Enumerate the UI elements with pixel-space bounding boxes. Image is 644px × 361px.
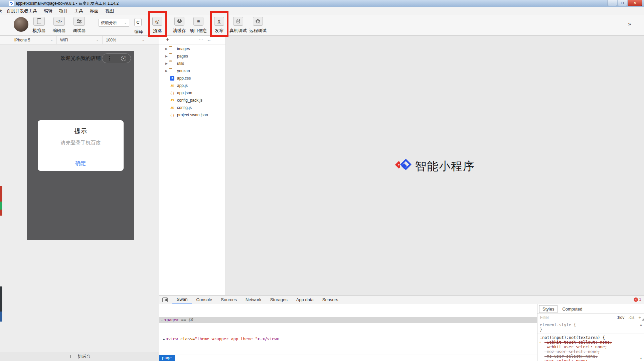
file-tree-header: + ⋯ ←	[159, 36, 226, 44]
screen-edge-artifact	[0, 312, 2, 322]
elements-breadcrumb-bar: page	[159, 355, 537, 361]
phone-nav-bar: 欢迎光临我的店铺 ✕	[27, 51, 134, 66]
menu-project[interactable]: 项目	[59, 8, 68, 14]
css-property-row[interactable]: -moz-user-select: none;	[540, 349, 644, 354]
json-file-icon: { }	[169, 91, 175, 95]
editor-canvas: 智能小程序	[226, 36, 644, 295]
robot-icon	[236, 19, 241, 24]
more-options-button[interactable]: ⋯	[199, 36, 203, 41]
tab-console[interactable]: Console	[192, 295, 217, 304]
element-child-row[interactable]: ▶<view class="theme-wrapper app-theme-">…	[159, 336, 537, 343]
menu-tools[interactable]: 工具	[74, 8, 83, 14]
tree-file-appjs[interactable]: JS app.js	[159, 82, 225, 89]
maximize-button[interactable]: ❐	[618, 0, 627, 6]
phone-screen: 欢迎光临我的店铺 ✕ 提示 请先登录手机百度 确定	[27, 51, 134, 240]
expand-icon[interactable]: ▶	[165, 47, 169, 50]
dialog-message: 请先登录手机百度	[38, 140, 124, 146]
styles-filter-input[interactable]	[540, 315, 590, 320]
css-property-row[interactable]: -webkit-user-select: none;	[540, 345, 644, 349]
annotation-box-publish	[210, 11, 228, 37]
styles-tab-bar: Styles Computed	[537, 304, 644, 314]
window-title: applet-cusmall-wxpage-bd-v9.8.1 - 百度开发者工…	[16, 1, 119, 6]
menu-view[interactable]: 视图	[105, 8, 114, 14]
debugger-toggle-button[interactable]: 调试器	[64, 17, 94, 34]
collapse-panel-button[interactable]: ←	[207, 37, 211, 42]
expand-icon[interactable]: ▶	[165, 62, 169, 65]
brand-logo: 智能小程序	[395, 159, 475, 174]
device-select[interactable]: iPhone 5 ⌄	[11, 36, 57, 44]
tab-swan[interactable]: Swan	[172, 295, 192, 304]
tab-sources[interactable]: Sources	[216, 295, 241, 304]
minimize-button[interactable]: —	[608, 0, 617, 6]
resize-grip-icon[interactable]	[642, 319, 644, 321]
alert-dialog: 提示 请先登录手机百度 确定	[38, 120, 124, 171]
zoom-select[interactable]: 100% ⌄	[103, 36, 148, 44]
css-property-row[interactable]: -ms-user-select: none;	[540, 354, 644, 359]
error-icon: ✕	[634, 297, 638, 302]
tab-styles[interactable]: Styles	[539, 305, 557, 313]
tab-sensors[interactable]: Sensors	[318, 295, 343, 304]
tree-folder-youzan[interactable]: ▶ youzan	[159, 67, 225, 75]
compile-button[interactable]: C	[134, 18, 142, 26]
chevron-down-icon: ⌄	[124, 21, 127, 25]
compile-icon: C	[136, 20, 139, 25]
new-style-rule-button[interactable]: +	[638, 315, 641, 320]
breadcrumb-page[interactable]: page	[159, 355, 175, 361]
tree-file-configpackjs[interactable]: JS config_pack.js	[159, 97, 225, 104]
compile-mode-select[interactable]: 依赖分析 ⌄	[99, 19, 129, 27]
code-icon: </>	[56, 19, 62, 23]
tab-network[interactable]: Network	[241, 295, 266, 304]
tree-file-configjs[interactable]: JS config.js	[159, 104, 225, 111]
tree-folder-images[interactable]: ▶ images	[159, 45, 225, 52]
remote-debug-button[interactable]: 远程调试	[243, 17, 273, 34]
expand-icon[interactable]: ▶	[165, 69, 169, 73]
styles-sidebar: Styles Computed :hov .cls + element.styl…	[537, 304, 644, 361]
network-select[interactable]: WiFi ⌄	[57, 36, 103, 44]
menu-bar: 录 百度开发者工具 编辑 项目 工具 界面 视图	[0, 7, 644, 15]
file-tree: ▶ images ▶ pages ▶ utils ▶ youzan 3 app.…	[159, 44, 226, 295]
divider	[171, 297, 171, 303]
phone-icon	[37, 18, 41, 24]
css-property-row[interactable]: user-select: none;	[540, 359, 644, 361]
tab-computed[interactable]: Computed	[559, 306, 585, 313]
simulator-panel: 欢迎光临我的店铺 ✕ 提示 请先登录手机百度 确定	[0, 44, 159, 361]
close-button[interactable]: ✕	[628, 0, 642, 6]
smart-program-logo-icon	[395, 159, 411, 174]
styles-filter-bar: :hov .cls +	[537, 314, 644, 321]
tree-file-appjson[interactable]: { } app.json	[159, 89, 225, 97]
toggle-class-button[interactable]: .cls	[628, 315, 634, 320]
switch-background-button[interactable]: 切后台	[46, 352, 115, 361]
error-count-badge[interactable]: ✕ 1	[634, 297, 641, 302]
element-style-rule: element.style { }	[537, 321, 644, 334]
clipped-background-text: 录	[0, 8, 2, 14]
close-app-button[interactable]: ✕	[117, 56, 131, 61]
expand-icon[interactable]: ▶	[165, 54, 169, 58]
more-menu-button[interactable]	[102, 56, 117, 61]
menu-app[interactable]: 百度开发者工具	[7, 8, 37, 14]
tab-appdata[interactable]: App data	[292, 295, 318, 304]
tree-folder-pages[interactable]: ▶ pages	[159, 52, 225, 60]
tab-storages[interactable]: Storages	[266, 295, 292, 304]
tree-folder-utils[interactable]: ▶ utils	[159, 60, 225, 67]
json-file-icon: { }	[169, 113, 175, 117]
dialog-confirm-button[interactable]: 确定	[38, 156, 124, 171]
menu-interface[interactable]: 界面	[90, 8, 99, 14]
app-logo-icon	[9, 1, 14, 6]
annotation-box-preview	[148, 11, 167, 37]
expand-arrow-icon[interactable]: ▶	[163, 338, 165, 341]
add-file-button[interactable]: +	[166, 36, 169, 42]
close-circle-icon: ✕	[121, 56, 126, 61]
scroll-down-icon[interactable]: ▼	[640, 357, 642, 360]
inspect-element-icon[interactable]	[162, 297, 168, 302]
tree-file-projectswanjson[interactable]: { } project.swan.json	[159, 111, 225, 119]
toggle-hover-state-button[interactable]: :hov	[617, 315, 625, 320]
element-selected-row[interactable]: …<page>== $0	[159, 317, 537, 323]
menu-edit[interactable]: 编辑	[44, 8, 52, 14]
styles-scrollbar[interactable]: ▲	[639, 323, 643, 361]
tree-file-appcss[interactable]: 3 app.css	[159, 75, 225, 82]
scroll-up-icon[interactable]: ▲	[639, 323, 643, 326]
js-file-icon: JS	[169, 106, 175, 110]
toolbar-overflow-button[interactable]: »	[628, 21, 631, 27]
css-property-row[interactable]: ⚠-webkit-touch-callout: none;	[540, 340, 644, 345]
footer-spacer	[0, 352, 46, 361]
